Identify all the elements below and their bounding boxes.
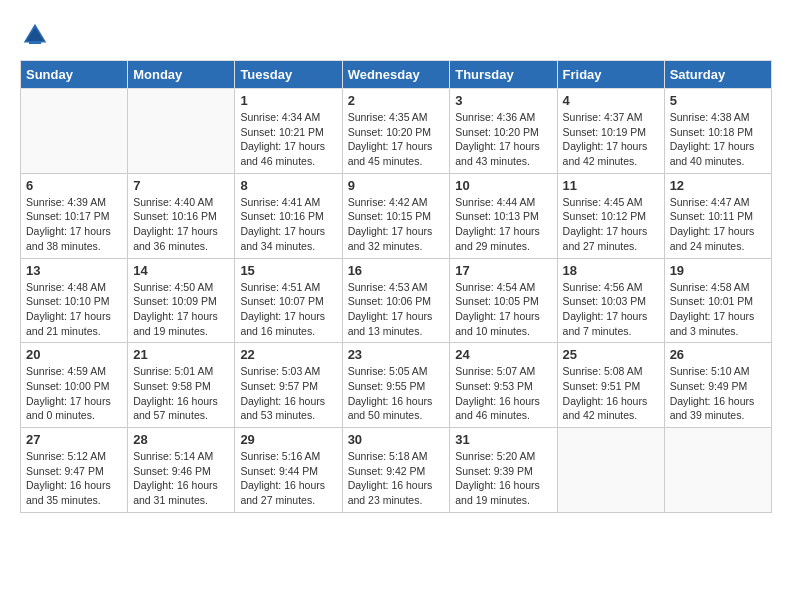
calendar-week-row: 27Sunrise: 5:12 AM Sunset: 9:47 PM Dayli… xyxy=(21,428,772,513)
calendar-cell: 23Sunrise: 5:05 AM Sunset: 9:55 PM Dayli… xyxy=(342,343,450,428)
day-number: 12 xyxy=(670,178,766,193)
day-info: Sunrise: 5:14 AM Sunset: 9:46 PM Dayligh… xyxy=(133,449,229,508)
header xyxy=(20,20,772,50)
day-number: 20 xyxy=(26,347,122,362)
calendar-week-row: 13Sunrise: 4:48 AM Sunset: 10:10 PM Dayl… xyxy=(21,258,772,343)
day-number: 29 xyxy=(240,432,336,447)
day-info: Sunrise: 4:35 AM Sunset: 10:20 PM Daylig… xyxy=(348,110,445,169)
calendar-cell: 12Sunrise: 4:47 AM Sunset: 10:11 PM Dayl… xyxy=(664,173,771,258)
calendar-cell xyxy=(128,89,235,174)
calendar-cell: 7Sunrise: 4:40 AM Sunset: 10:16 PM Dayli… xyxy=(128,173,235,258)
day-number: 9 xyxy=(348,178,445,193)
day-number: 22 xyxy=(240,347,336,362)
day-info: Sunrise: 5:10 AM Sunset: 9:49 PM Dayligh… xyxy=(670,364,766,423)
day-info: Sunrise: 5:18 AM Sunset: 9:42 PM Dayligh… xyxy=(348,449,445,508)
day-number: 7 xyxy=(133,178,229,193)
calendar-cell: 10Sunrise: 4:44 AM Sunset: 10:13 PM Dayl… xyxy=(450,173,557,258)
day-number: 31 xyxy=(455,432,551,447)
day-info: Sunrise: 4:51 AM Sunset: 10:07 PM Daylig… xyxy=(240,280,336,339)
day-number: 16 xyxy=(348,263,445,278)
day-info: Sunrise: 4:34 AM Sunset: 10:21 PM Daylig… xyxy=(240,110,336,169)
day-info: Sunrise: 4:53 AM Sunset: 10:06 PM Daylig… xyxy=(348,280,445,339)
calendar-cell: 3Sunrise: 4:36 AM Sunset: 10:20 PM Dayli… xyxy=(450,89,557,174)
calendar-cell: 26Sunrise: 5:10 AM Sunset: 9:49 PM Dayli… xyxy=(664,343,771,428)
day-info: Sunrise: 4:45 AM Sunset: 10:12 PM Daylig… xyxy=(563,195,659,254)
day-info: Sunrise: 5:01 AM Sunset: 9:58 PM Dayligh… xyxy=(133,364,229,423)
day-number: 2 xyxy=(348,93,445,108)
calendar-cell: 4Sunrise: 4:37 AM Sunset: 10:19 PM Dayli… xyxy=(557,89,664,174)
calendar-cell: 28Sunrise: 5:14 AM Sunset: 9:46 PM Dayli… xyxy=(128,428,235,513)
day-number: 25 xyxy=(563,347,659,362)
day-info: Sunrise: 4:50 AM Sunset: 10:09 PM Daylig… xyxy=(133,280,229,339)
day-number: 28 xyxy=(133,432,229,447)
day-info: Sunrise: 4:42 AM Sunset: 10:15 PM Daylig… xyxy=(348,195,445,254)
day-info: Sunrise: 5:16 AM Sunset: 9:44 PM Dayligh… xyxy=(240,449,336,508)
day-number: 15 xyxy=(240,263,336,278)
day-info: Sunrise: 4:38 AM Sunset: 10:18 PM Daylig… xyxy=(670,110,766,169)
calendar-cell xyxy=(21,89,128,174)
calendar-cell: 19Sunrise: 4:58 AM Sunset: 10:01 PM Dayl… xyxy=(664,258,771,343)
calendar-cell: 25Sunrise: 5:08 AM Sunset: 9:51 PM Dayli… xyxy=(557,343,664,428)
day-header: Monday xyxy=(128,61,235,89)
day-info: Sunrise: 4:56 AM Sunset: 10:03 PM Daylig… xyxy=(563,280,659,339)
day-number: 10 xyxy=(455,178,551,193)
day-number: 19 xyxy=(670,263,766,278)
calendar-cell: 21Sunrise: 5:01 AM Sunset: 9:58 PM Dayli… xyxy=(128,343,235,428)
day-info: Sunrise: 4:58 AM Sunset: 10:01 PM Daylig… xyxy=(670,280,766,339)
day-header: Saturday xyxy=(664,61,771,89)
logo-icon xyxy=(20,20,50,50)
calendar-cell: 24Sunrise: 5:07 AM Sunset: 9:53 PM Dayli… xyxy=(450,343,557,428)
calendar-cell xyxy=(557,428,664,513)
day-number: 21 xyxy=(133,347,229,362)
day-info: Sunrise: 5:08 AM Sunset: 9:51 PM Dayligh… xyxy=(563,364,659,423)
day-info: Sunrise: 4:44 AM Sunset: 10:13 PM Daylig… xyxy=(455,195,551,254)
day-info: Sunrise: 5:07 AM Sunset: 9:53 PM Dayligh… xyxy=(455,364,551,423)
day-number: 23 xyxy=(348,347,445,362)
calendar-cell: 18Sunrise: 4:56 AM Sunset: 10:03 PM Dayl… xyxy=(557,258,664,343)
calendar-week-row: 6Sunrise: 4:39 AM Sunset: 10:17 PM Dayli… xyxy=(21,173,772,258)
svg-rect-2 xyxy=(29,41,41,44)
day-number: 17 xyxy=(455,263,551,278)
calendar-cell: 22Sunrise: 5:03 AM Sunset: 9:57 PM Dayli… xyxy=(235,343,342,428)
day-info: Sunrise: 4:54 AM Sunset: 10:05 PM Daylig… xyxy=(455,280,551,339)
calendar-cell: 17Sunrise: 4:54 AM Sunset: 10:05 PM Dayl… xyxy=(450,258,557,343)
day-info: Sunrise: 5:03 AM Sunset: 9:57 PM Dayligh… xyxy=(240,364,336,423)
calendar-cell: 14Sunrise: 4:50 AM Sunset: 10:09 PM Dayl… xyxy=(128,258,235,343)
day-header: Sunday xyxy=(21,61,128,89)
day-info: Sunrise: 4:36 AM Sunset: 10:20 PM Daylig… xyxy=(455,110,551,169)
day-info: Sunrise: 5:12 AM Sunset: 9:47 PM Dayligh… xyxy=(26,449,122,508)
calendar-cell xyxy=(664,428,771,513)
day-header: Friday xyxy=(557,61,664,89)
calendar-cell: 30Sunrise: 5:18 AM Sunset: 9:42 PM Dayli… xyxy=(342,428,450,513)
logo xyxy=(20,20,54,50)
day-info: Sunrise: 5:20 AM Sunset: 9:39 PM Dayligh… xyxy=(455,449,551,508)
day-number: 5 xyxy=(670,93,766,108)
calendar-cell: 27Sunrise: 5:12 AM Sunset: 9:47 PM Dayli… xyxy=(21,428,128,513)
day-info: Sunrise: 4:37 AM Sunset: 10:19 PM Daylig… xyxy=(563,110,659,169)
day-number: 4 xyxy=(563,93,659,108)
calendar-table: SundayMondayTuesdayWednesdayThursdayFrid… xyxy=(20,60,772,513)
day-info: Sunrise: 4:41 AM Sunset: 10:16 PM Daylig… xyxy=(240,195,336,254)
calendar-cell: 29Sunrise: 5:16 AM Sunset: 9:44 PM Dayli… xyxy=(235,428,342,513)
day-number: 3 xyxy=(455,93,551,108)
calendar-cell: 9Sunrise: 4:42 AM Sunset: 10:15 PM Dayli… xyxy=(342,173,450,258)
day-number: 6 xyxy=(26,178,122,193)
day-info: Sunrise: 5:05 AM Sunset: 9:55 PM Dayligh… xyxy=(348,364,445,423)
day-number: 30 xyxy=(348,432,445,447)
calendar-cell: 5Sunrise: 4:38 AM Sunset: 10:18 PM Dayli… xyxy=(664,89,771,174)
day-info: Sunrise: 4:48 AM Sunset: 10:10 PM Daylig… xyxy=(26,280,122,339)
calendar-cell: 11Sunrise: 4:45 AM Sunset: 10:12 PM Dayl… xyxy=(557,173,664,258)
day-number: 24 xyxy=(455,347,551,362)
calendar-week-row: 20Sunrise: 4:59 AM Sunset: 10:00 PM Dayl… xyxy=(21,343,772,428)
day-number: 26 xyxy=(670,347,766,362)
day-header: Tuesday xyxy=(235,61,342,89)
day-number: 13 xyxy=(26,263,122,278)
day-number: 27 xyxy=(26,432,122,447)
day-info: Sunrise: 4:40 AM Sunset: 10:16 PM Daylig… xyxy=(133,195,229,254)
calendar-week-row: 1Sunrise: 4:34 AM Sunset: 10:21 PM Dayli… xyxy=(21,89,772,174)
calendar-cell: 31Sunrise: 5:20 AM Sunset: 9:39 PM Dayli… xyxy=(450,428,557,513)
day-number: 1 xyxy=(240,93,336,108)
day-info: Sunrise: 4:47 AM Sunset: 10:11 PM Daylig… xyxy=(670,195,766,254)
calendar-cell: 6Sunrise: 4:39 AM Sunset: 10:17 PM Dayli… xyxy=(21,173,128,258)
day-number: 8 xyxy=(240,178,336,193)
